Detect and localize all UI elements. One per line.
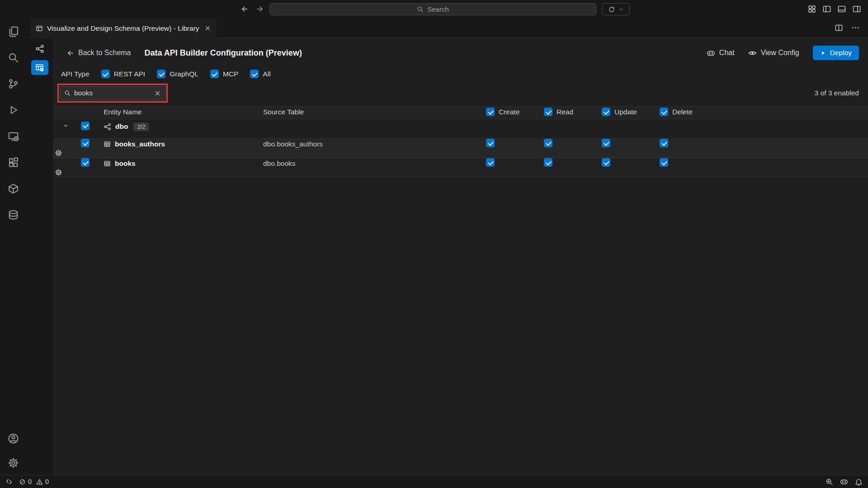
table-icon bbox=[104, 160, 111, 167]
warnings-count: 0 bbox=[45, 478, 49, 485]
split-editor-icon[interactable] bbox=[835, 23, 843, 32]
table-row[interactable]: books dbo.books bbox=[53, 158, 868, 177]
filter-rest-api[interactable]: REST API bbox=[101, 70, 146, 78]
view-config-button[interactable]: View Config bbox=[748, 49, 799, 57]
status-bar: 0 0 bbox=[0, 475, 868, 488]
delete-checkbox[interactable] bbox=[660, 158, 668, 167]
schema-group-name: dbo bbox=[115, 122, 128, 131]
sql-server-icon[interactable] bbox=[0, 202, 26, 228]
title-bar: Search bbox=[0, 0, 868, 18]
entity-search-input[interactable]: books bbox=[60, 86, 165, 100]
database-projects-icon[interactable] bbox=[0, 175, 26, 202]
toggle-panel-icon[interactable] bbox=[837, 5, 846, 14]
graphql-label: GraphQL bbox=[170, 70, 198, 78]
mcp-label: MCP bbox=[223, 70, 238, 78]
remote-explorer-icon[interactable] bbox=[0, 123, 26, 149]
row-select-checkbox[interactable] bbox=[81, 139, 90, 147]
rest-api-label: REST API bbox=[114, 70, 146, 78]
bell-icon[interactable] bbox=[855, 478, 863, 486]
update-checkbox[interactable] bbox=[602, 158, 610, 167]
schema-group-badge: 2/2 bbox=[133, 122, 149, 131]
table-header-row: Entity Name Source Table Create Read Upd… bbox=[53, 106, 868, 119]
run-debug-icon[interactable] bbox=[0, 97, 26, 123]
explorer-icon[interactable] bbox=[0, 18, 26, 44]
read-header: Read bbox=[557, 108, 573, 116]
delete-header: Delete bbox=[672, 108, 693, 116]
remote-indicator-icon[interactable] bbox=[5, 478, 13, 485]
entity-name: books_authors bbox=[115, 140, 165, 148]
mcp-checkbox[interactable] bbox=[210, 70, 219, 78]
activity-bar bbox=[0, 18, 26, 475]
search-icon bbox=[64, 90, 71, 96]
chevron-down-icon[interactable] bbox=[62, 122, 69, 129]
create-all-checkbox[interactable] bbox=[486, 108, 495, 116]
toggle-secondary-sidebar-icon[interactable] bbox=[852, 5, 861, 14]
customize-layout-icon[interactable] bbox=[807, 5, 816, 14]
deploy-button[interactable]: Deploy bbox=[813, 46, 859, 60]
tab-visualize-design-schema[interactable]: Visualize and Design Schema (Preview) - … bbox=[30, 18, 217, 38]
clear-search-icon[interactable] bbox=[154, 90, 161, 97]
schema-group-row[interactable]: dbo 2/2 bbox=[53, 119, 868, 138]
entity-name: books bbox=[115, 160, 136, 168]
graphql-checkbox[interactable] bbox=[157, 70, 165, 78]
tab-label: Visualize and Design Schema (Preview) - … bbox=[47, 24, 199, 33]
copilot-icon bbox=[707, 49, 715, 57]
account-icon[interactable] bbox=[0, 426, 26, 450]
loop-icon bbox=[608, 6, 615, 13]
forward-navigation-icon[interactable] bbox=[256, 5, 264, 13]
chevron-down-icon bbox=[618, 7, 624, 12]
filter-mcp[interactable]: MCP bbox=[210, 70, 238, 78]
row-select-checkbox[interactable] bbox=[81, 158, 90, 167]
extensions-icon[interactable] bbox=[0, 149, 26, 175]
extension-side-bar bbox=[26, 38, 53, 475]
source-table: dbo.books_authors bbox=[263, 140, 480, 148]
read-checkbox[interactable] bbox=[544, 139, 552, 147]
update-all-checkbox[interactable] bbox=[602, 108, 610, 116]
toolbar-dropdown-button[interactable] bbox=[602, 3, 630, 15]
eye-icon bbox=[748, 49, 757, 57]
dab-config-icon[interactable] bbox=[31, 60, 48, 75]
close-icon[interactable] bbox=[204, 25, 211, 32]
chat-label: Chat bbox=[719, 49, 735, 57]
entities-table: Entity Name Source Table Create Read Upd… bbox=[53, 106, 868, 177]
table-row[interactable]: books_authors dbo.books_authors bbox=[53, 138, 868, 158]
read-checkbox[interactable] bbox=[544, 158, 552, 167]
tab-bar: Visualize and Design Schema (Preview) - … bbox=[26, 18, 868, 38]
all-checkbox[interactable] bbox=[250, 70, 259, 78]
errors-count: 0 bbox=[28, 478, 32, 485]
enabled-summary: 3 of 3 enabled bbox=[815, 89, 859, 97]
read-all-checkbox[interactable] bbox=[544, 108, 552, 116]
delete-checkbox[interactable] bbox=[660, 139, 668, 147]
chat-button[interactable]: Chat bbox=[707, 49, 735, 57]
filter-all[interactable]: All bbox=[250, 70, 270, 78]
errors-icon bbox=[19, 479, 26, 485]
create-checkbox[interactable] bbox=[486, 158, 495, 167]
update-header: Update bbox=[614, 108, 637, 116]
rest-api-checkbox[interactable] bbox=[101, 70, 110, 78]
search-icon[interactable] bbox=[0, 44, 26, 70]
create-header: Create bbox=[499, 108, 520, 116]
zoom-in-icon[interactable] bbox=[826, 478, 833, 486]
create-checkbox[interactable] bbox=[486, 139, 495, 147]
row-settings-gear-icon[interactable] bbox=[55, 169, 62, 176]
settings-gear-icon[interactable] bbox=[0, 450, 26, 475]
source-table: dbo.books bbox=[263, 160, 480, 168]
update-checkbox[interactable] bbox=[602, 139, 610, 147]
view-config-label: View Config bbox=[761, 49, 799, 57]
group-select-checkbox[interactable] bbox=[81, 122, 90, 130]
schema-designer-icon[interactable] bbox=[31, 41, 48, 56]
row-settings-gear-icon[interactable] bbox=[55, 149, 62, 157]
toggle-primary-sidebar-icon[interactable] bbox=[822, 5, 831, 14]
filter-graphql[interactable]: GraphQL bbox=[157, 70, 198, 78]
back-navigation-icon[interactable] bbox=[241, 5, 249, 13]
schema-nodes-icon bbox=[104, 123, 111, 131]
back-label: Back to Schema bbox=[78, 49, 131, 57]
back-to-schema-link[interactable]: Back to Schema bbox=[66, 49, 131, 57]
command-center-search[interactable]: Search bbox=[269, 3, 596, 15]
source-control-icon[interactable] bbox=[0, 70, 26, 97]
command-center-placeholder: Search bbox=[427, 5, 449, 13]
delete-all-checkbox[interactable] bbox=[660, 108, 668, 116]
copilot-icon[interactable] bbox=[840, 478, 848, 486]
more-actions-icon[interactable] bbox=[851, 23, 860, 32]
problems-indicator[interactable]: 0 0 bbox=[19, 478, 49, 485]
